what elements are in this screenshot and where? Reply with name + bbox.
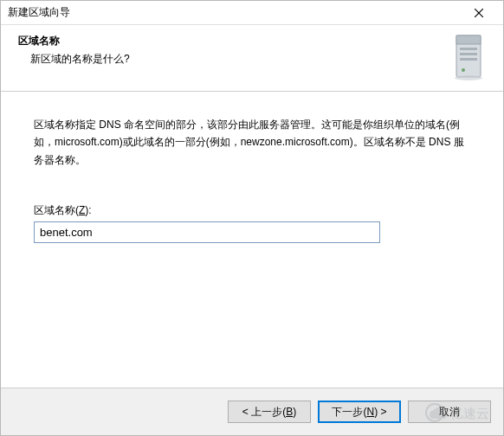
description-text: 区域名称指定 DNS 命名空间的部分，该部分由此服务器管理。这可能是你组织单位的… [34,116,470,169]
back-button-key: B [286,406,293,418]
page-subtitle: 新区域的名称是什么? [18,52,441,67]
next-button[interactable]: 下一步(N) > [318,401,401,423]
window-title: 新建区域向导 [8,5,462,20]
svg-rect-4 [460,48,477,50]
wizard-header: 区域名称 新区域的名称是什么? [1,25,503,92]
wizard-content: 区域名称指定 DNS 命名空间的部分，该部分由此服务器管理。这可能是你组织单位的… [1,92,503,388]
back-button[interactable]: < 上一步(B) [228,401,311,423]
close-icon [475,9,483,17]
back-button-prefix: < 上一步( [242,405,286,420]
page-title: 区域名称 [18,34,441,48]
svg-point-8 [455,75,482,80]
wizard-window: 新建区域向导 区域名称 新区域的名称是什么? 区域名称指定 D [0,0,504,436]
cancel-button[interactable]: 取消 [408,401,491,423]
zone-name-label-prefix: 区域名称( [34,204,79,216]
next-button-prefix: 下一步( [332,405,366,420]
next-button-key: N [366,406,374,418]
wizard-header-text: 区域名称 新区域的名称是什么? [18,34,441,67]
zone-name-input[interactable] [34,221,380,243]
titlebar: 新建区域向导 [1,1,503,25]
svg-rect-3 [456,35,481,44]
svg-point-7 [462,68,465,72]
zone-name-label: 区域名称(Z): [34,203,470,218]
back-button-suffix: ) [293,406,296,418]
close-button[interactable] [462,1,496,24]
server-icon [448,34,489,79]
next-button-suffix: ) > [374,406,386,418]
zone-name-label-suffix: ): [85,204,91,216]
svg-rect-6 [460,58,477,61]
wizard-footer: < 上一步(B) 下一步(N) > 取消 [1,388,503,435]
svg-rect-5 [460,53,477,55]
